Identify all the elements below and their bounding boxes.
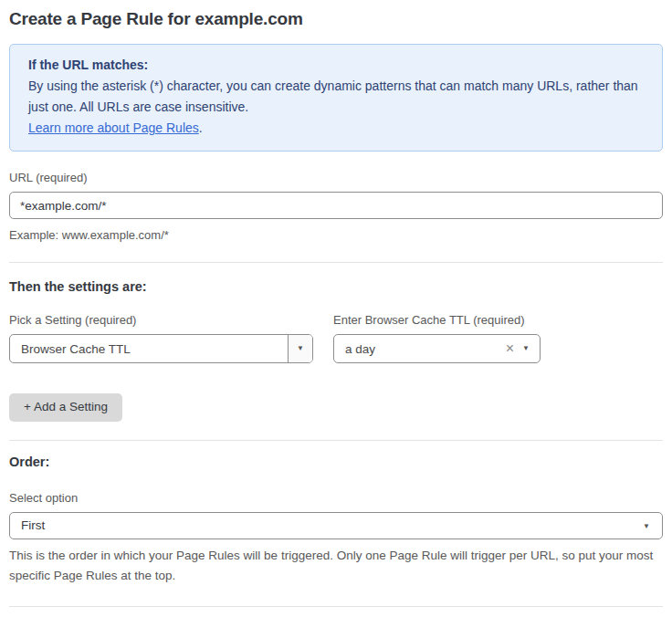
- setting-picker-label: Pick a Setting (required): [9, 313, 313, 327]
- info-box-heading: If the URL matches:: [28, 55, 644, 76]
- page-title: Create a Page Rule for example.com: [9, 9, 663, 29]
- setting-picker-dropdown[interactable]: Browser Cache TTL ▼: [9, 334, 313, 363]
- ttl-picker-label: Enter Browser Cache TTL (required): [333, 313, 541, 327]
- setting-picker-column: Pick a Setting (required) Browser Cache …: [9, 313, 313, 363]
- setting-picker-value: Browser Cache TTL: [10, 342, 288, 356]
- learn-more-link[interactable]: Learn more about Page Rules: [28, 120, 199, 135]
- url-match-info-box: If the URL matches: By using the asteris…: [9, 44, 663, 152]
- divider: [9, 606, 663, 607]
- ttl-picker-column: Enter Browser Cache TTL (required) a day…: [333, 313, 541, 363]
- url-input[interactable]: [9, 192, 663, 219]
- ttl-combobox[interactable]: a day × ▼: [333, 334, 541, 363]
- divider: [9, 440, 663, 441]
- add-setting-button[interactable]: + Add a Setting: [9, 393, 122, 422]
- chevron-down-icon: ▼: [643, 523, 650, 530]
- settings-heading: Then the settings are:: [9, 279, 663, 294]
- order-helper-text: This is the order in which your Page Rul…: [9, 546, 663, 586]
- order-heading: Order:: [9, 455, 663, 469]
- info-box-body: By using the asterisk (*) character, you…: [28, 76, 644, 118]
- order-select-label: Select option: [9, 491, 663, 505]
- link-suffix: .: [199, 120, 203, 135]
- chevron-down-icon[interactable]: ▼: [522, 345, 540, 352]
- dropdown-arrow-segment[interactable]: ▼: [288, 335, 312, 362]
- order-select[interactable]: First ▼: [9, 512, 663, 539]
- chevron-down-icon: ▼: [297, 345, 304, 352]
- clear-icon[interactable]: ×: [502, 341, 522, 356]
- ttl-value: a day: [334, 342, 502, 356]
- order-select-value: First: [10, 518, 662, 532]
- url-helper-text: Example: www.example.com/*: [9, 226, 663, 244]
- page-rule-form: Create a Page Rule for example.com If th…: [0, 0, 672, 617]
- settings-row: Pick a Setting (required) Browser Cache …: [9, 313, 663, 363]
- divider: [9, 262, 663, 263]
- url-label: URL (required): [9, 171, 663, 184]
- info-box-link-line: Learn more about Page Rules.: [28, 118, 644, 139]
